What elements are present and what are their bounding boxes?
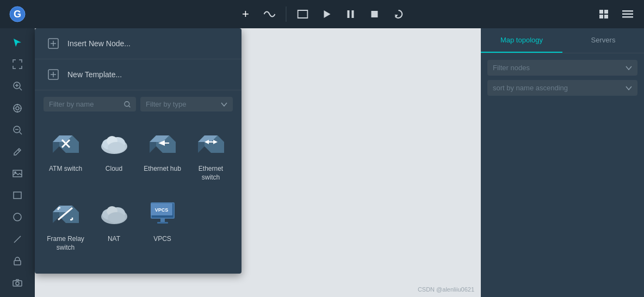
cloud-label: Cloud — [106, 165, 122, 174]
stop-button[interactable] — [365, 4, 385, 24]
hamburger-menu-button[interactable] — [618, 4, 637, 24]
panel-tabs: Map topology Servers — [481, 28, 644, 53]
svg-rect-12 — [622, 10, 633, 12]
cloud-icon — [97, 126, 132, 160]
svg-rect-81 — [160, 219, 165, 222]
cloud-item[interactable]: Cloud — [92, 120, 136, 186]
filter-by-name-input[interactable] — [49, 100, 121, 108]
filter-row: Filter by type — [35, 90, 242, 112]
left-sidebar — [0, 28, 35, 297]
zoom-in-button[interactable] — [7, 76, 28, 96]
watermark: CSDN @alenliiu0621 — [418, 286, 474, 293]
lock-button[interactable] — [7, 251, 28, 271]
new-template-item[interactable]: New Template... — [35, 59, 242, 90]
ethernet-hub-icon — [145, 126, 180, 160]
chevron-down-icon — [221, 102, 227, 107]
play-button[interactable] — [317, 4, 337, 24]
svg-line-17 — [20, 88, 22, 90]
toolbar-separator — [286, 7, 287, 22]
svg-line-29 — [18, 150, 20, 151]
canvas-area[interactable]: Insert New Node... New Template... — [35, 28, 481, 297]
svg-rect-32 — [14, 192, 21, 199]
zoom-fit-button[interactable] — [7, 54, 28, 74]
svg-rect-14 — [622, 16, 633, 18]
frame-relay-switch-icon — [48, 196, 83, 231]
pointer-tool-button[interactable] — [7, 33, 28, 52]
ethernet-hub-label: Ethernet hub — [144, 165, 181, 174]
vpcs-label: VPCS — [153, 235, 171, 244]
nat-icon-wrap — [96, 195, 133, 232]
image-button[interactable] — [7, 164, 28, 183]
svg-point-37 — [16, 282, 19, 285]
svg-line-34 — [14, 236, 21, 243]
circle-draw-button[interactable] — [7, 207, 28, 227]
atm-switch-icon-wrap — [47, 125, 84, 162]
svg-point-21 — [16, 107, 19, 110]
svg-line-45 — [128, 106, 130, 107]
camera-button[interactable] — [7, 273, 28, 293]
reload-button[interactable] — [389, 4, 408, 24]
squiggle-button[interactable] — [260, 4, 280, 24]
filter-by-type-wrap[interactable]: Filter by type — [140, 97, 233, 112]
sort-row[interactable]: sort by name ascending — [487, 80, 637, 96]
filter-nodes-label: Filter nodes — [493, 64, 626, 72]
filter-nodes-row[interactable]: Filter nodes — [487, 60, 637, 76]
svg-rect-13 — [622, 14, 633, 15]
top-toolbar: G + — [0, 0, 644, 28]
ethernet-switch-item[interactable]: Ethernet switch — [189, 120, 233, 186]
svg-rect-35 — [14, 261, 21, 265]
nat-item[interactable]: NAT — [92, 190, 136, 256]
frame-relay-icon-wrap — [47, 195, 84, 232]
vpcs-item[interactable]: VPCS VPCS — [140, 190, 184, 256]
svg-rect-4 — [348, 10, 350, 18]
svg-point-76 — [108, 212, 125, 223]
main-area: Insert New Node... New Template... — [0, 28, 644, 297]
frame-relay-switch-item[interactable]: Frame Relay switch — [44, 190, 88, 256]
search-icon — [124, 101, 131, 108]
grid-view-button[interactable] — [594, 4, 614, 24]
insert-node-icon — [46, 36, 61, 51]
new-template-icon — [46, 67, 61, 82]
svg-point-44 — [125, 101, 129, 106]
node-dropdown-menu: Insert New Node... New Template... — [35, 28, 242, 274]
toolbar-right — [594, 4, 637, 24]
svg-rect-9 — [604, 10, 608, 14]
toolbar-actions: + — [236, 4, 408, 24]
svg-point-55 — [108, 142, 125, 153]
cloud-icon-wrap — [96, 125, 133, 162]
svg-rect-82 — [157, 222, 168, 224]
vpcs-icon-wrap: VPCS — [144, 195, 181, 232]
svg-rect-8 — [599, 10, 603, 14]
insert-new-node-item[interactable]: Insert New Node... — [35, 28, 242, 59]
panel-content: Filter nodes sort by name ascending — [481, 53, 644, 102]
nat-icon — [97, 196, 132, 231]
ethernet-switch-label: Ethernet switch — [191, 165, 231, 182]
svg-line-27 — [20, 132, 22, 134]
line-draw-button[interactable] — [7, 230, 28, 249]
target-button[interactable] — [7, 98, 28, 118]
right-panel: Map topology Servers Filter nodes sort b… — [481, 28, 644, 297]
app-logo: G — [7, 3, 28, 25]
svg-point-20 — [14, 104, 21, 112]
vpcs-icon: VPCS — [145, 196, 180, 231]
svg-marker-15 — [14, 39, 21, 47]
tab-map-topology[interactable]: Map topology — [481, 28, 562, 53]
node-grid: ATM switch Cloud — [35, 112, 242, 265]
zoom-out-button[interactable] — [7, 120, 28, 140]
pause-button[interactable] — [341, 4, 361, 24]
ethernet-hub-item[interactable]: Ethernet hub — [140, 120, 184, 186]
svg-text:VPCS: VPCS — [154, 207, 168, 213]
add-button[interactable]: + — [236, 4, 256, 24]
ethernet-switch-icon-wrap — [193, 125, 230, 162]
filter-by-type-text: Filter by type — [146, 100, 218, 108]
filter-by-name-wrap[interactable] — [44, 97, 136, 112]
rectangle-button[interactable] — [293, 4, 313, 24]
ethernet-switch-icon — [194, 126, 228, 160]
atm-switch-label: ATM switch — [49, 165, 82, 174]
pencil-button[interactable] — [7, 142, 28, 162]
svg-rect-6 — [371, 11, 378, 17]
tab-servers[interactable]: Servers — [562, 28, 644, 53]
atm-switch-item[interactable]: ATM switch — [44, 120, 88, 186]
sort-chevron-icon — [626, 86, 632, 90]
rect-draw-button[interactable] — [7, 185, 28, 205]
